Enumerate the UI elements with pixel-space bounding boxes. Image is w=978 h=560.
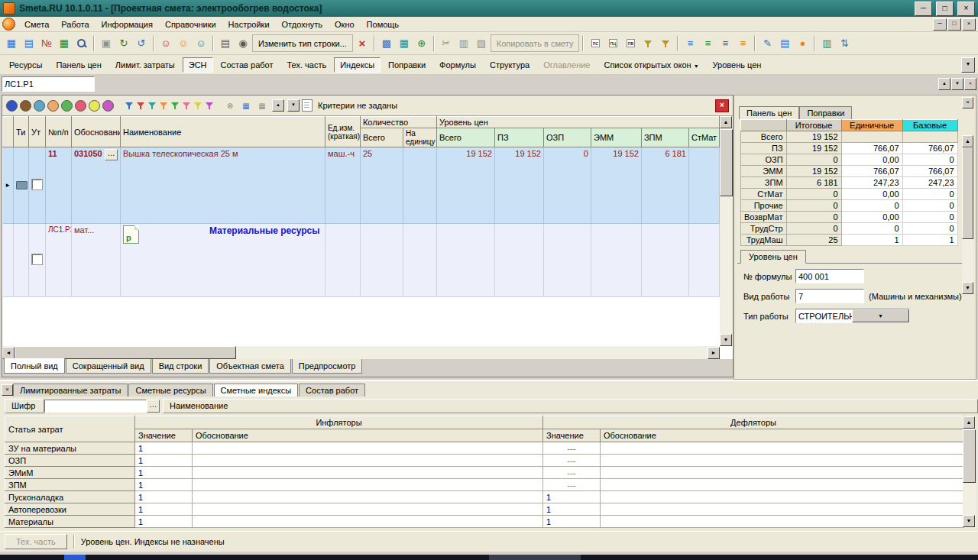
base-value[interactable]: 0 <box>902 189 957 200</box>
col-header-stmat[interactable]: СтМат <box>688 128 719 147</box>
unit-value[interactable]: 0 <box>841 223 902 235</box>
menu-rabota[interactable]: Работа <box>55 18 95 31</box>
filter-funnel-pink-icon[interactable] <box>182 101 191 110</box>
insert-rows-icon[interactable]: ▤ <box>21 35 37 52</box>
menu-spravochniki[interactable]: Справочники <box>159 18 222 31</box>
filter-down-icon[interactable]: ▼ <box>287 99 300 112</box>
base-value[interactable]: 0 <box>902 154 957 166</box>
deflator-basis-cell[interactable] <box>601 455 964 467</box>
stmat-cell[interactable] <box>688 224 719 297</box>
scroll-up-icon[interactable]: ▲ <box>720 116 732 128</box>
inflator-basis-cell[interactable] <box>193 516 543 528</box>
scroll-left-icon[interactable]: ◄ <box>2 347 15 359</box>
minimize-icon[interactable]: ─ <box>915 2 932 16</box>
unit-value[interactable]: 247,23 <box>841 177 902 189</box>
deflator-value-cell[interactable]: 1 <box>543 516 601 528</box>
tab-estimate-ind[interactable]: Сметные индексы <box>214 384 299 397</box>
qty-per-unit-cell[interactable] <box>403 147 436 224</box>
basis-cell[interactable]: 031050… <box>72 147 121 224</box>
price-list-icon[interactable]: № <box>38 35 55 52</box>
tab-corrections[interactable]: Поправки <box>799 106 852 119</box>
print-icon[interactable]: ▤ <box>217 35 234 52</box>
deflator-value-cell[interactable]: 1 <box>543 491 601 503</box>
color-dot-red-icon[interactable] <box>75 100 86 112</box>
deflator-value-cell[interactable]: --- <box>543 479 601 491</box>
cipher-ellipsis-button[interactable]: … <box>147 400 160 413</box>
inflator-basis-cell[interactable] <box>193 503 543 516</box>
view-tab-preview[interactable]: Предпросмотр <box>292 359 363 374</box>
panel-scroll-up-icon[interactable]: ▲ <box>938 78 950 90</box>
base-value[interactable]: 1 <box>902 235 957 246</box>
inflator-value-cell[interactable]: 1 <box>135 491 193 503</box>
copy-grid-icon[interactable]: ▩ <box>378 35 395 52</box>
inflator-basis-cell[interactable] <box>193 467 543 479</box>
base-value[interactable]: 0 <box>902 212 957 223</box>
filter-funnel-magenta-icon[interactable] <box>205 101 214 110</box>
base-value[interactable]: 0 <box>902 223 957 235</box>
panel-pv-icon[interactable]: пв <box>622 35 639 52</box>
col-header-cost-article[interactable]: Статья затрат <box>5 416 135 442</box>
tab-popravki[interactable]: Поправки <box>382 57 432 73</box>
criteria-page-icon[interactable] <box>302 99 313 112</box>
col-header-def-value[interactable]: Значение <box>543 429 601 442</box>
grid-row-materials-section[interactable]: ЛС1.Р2 мат... рМатериальные ресурсы <box>3 224 720 297</box>
scroll-thumb[interactable] <box>963 429 976 483</box>
col-header-name[interactable]: Наименование <box>121 117 325 147</box>
col-header-basis[interactable]: Обоснование <box>72 117 121 147</box>
deflator-value-cell[interactable]: 1 <box>543 503 601 516</box>
col-header-ti[interactable]: Ти <box>14 117 29 147</box>
search-icon[interactable] <box>73 35 90 52</box>
clear-filter-icon[interactable]: ⊗ <box>223 99 237 112</box>
tab-estimate-resources[interactable]: Сметные ресурсы <box>128 384 212 397</box>
filter-up-icon[interactable]: ▲ <box>272 99 284 112</box>
col-header-ut[interactable]: Ут <box>29 117 46 147</box>
scroll-down-icon[interactable]: ▼ <box>962 282 973 294</box>
inflator-value-cell[interactable]: 1 <box>135 442 193 455</box>
filter-funnel-red-icon[interactable] <box>136 101 145 110</box>
mdi-restore-icon[interactable]: □ <box>947 18 961 31</box>
price-total-cell[interactable] <box>436 224 494 297</box>
view-tab-object-estimate[interactable]: Объектная смета <box>209 359 291 374</box>
tab-panel-cen[interactable]: Панель цен <box>50 57 107 73</box>
inflator-value-cell[interactable]: 1 <box>135 467 193 479</box>
menu-okno[interactable]: Окно <box>329 18 361 31</box>
deflator-value-cell[interactable]: --- <box>543 455 601 467</box>
change-row-type-button[interactable]: Изменить тип строки... <box>252 34 353 52</box>
cipher-input[interactable] <box>44 400 147 413</box>
col-group-qty[interactable]: Количество <box>360 117 436 128</box>
base-value[interactable]: 766,07 <box>902 166 957 177</box>
col-group-deflators[interactable]: Дефляторы <box>543 416 964 429</box>
pz-cell[interactable] <box>494 224 543 297</box>
deflator-basis-cell[interactable] <box>601 467 964 479</box>
zpm-cell[interactable]: 6 181 <box>641 147 688 224</box>
color-dot-green-icon[interactable] <box>61 100 73 112</box>
price-total-cell[interactable]: 19 152 <box>436 147 494 224</box>
scroll-thumb[interactable] <box>962 147 973 239</box>
work-kind-input[interactable] <box>795 289 864 303</box>
zpm-cell[interactable] <box>641 224 688 297</box>
col-header-pz[interactable]: ПЗ <box>494 128 543 147</box>
delete-row-icon[interactable]: × <box>354 35 371 52</box>
panel-ps-icon[interactable]: пс <box>587 35 604 52</box>
unit-value[interactable]: 0 <box>841 200 902 212</box>
outline-level2-icon[interactable]: ≡ <box>699 35 716 52</box>
print-preview-icon[interactable]: ◉ <box>235 35 251 52</box>
scroll-down-icon[interactable]: ▼ <box>963 515 975 527</box>
menu-informacia[interactable]: Информация <box>96 18 159 31</box>
unit-cell[interactable]: маш.-ч <box>325 147 360 224</box>
color-dot-yellow-icon[interactable] <box>89 100 100 112</box>
color-dot-magenta-icon[interactable] <box>102 100 114 112</box>
col-header-bazovye[interactable]: Базовые <box>902 120 957 131</box>
ozp-cell[interactable] <box>543 224 591 297</box>
menu-nastroyki[interactable]: Настройки <box>222 18 276 31</box>
grid-add-icon[interactable]: ⊕ <box>413 35 430 52</box>
row-type-cell[interactable] <box>14 147 29 224</box>
col-header-ozp[interactable]: ОЗП <box>543 128 591 147</box>
sort-icon[interactable]: ⇅ <box>836 35 853 52</box>
deflator-basis-cell[interactable] <box>601 503 964 516</box>
close-filter-row-icon[interactable]: × <box>715 99 729 112</box>
approve-cell[interactable] <box>29 224 46 297</box>
menu-smeta[interactable]: Смета <box>18 18 55 31</box>
stmat-cell[interactable] <box>688 147 719 224</box>
col-header-inf-basis[interactable]: Обоснование <box>193 429 543 442</box>
